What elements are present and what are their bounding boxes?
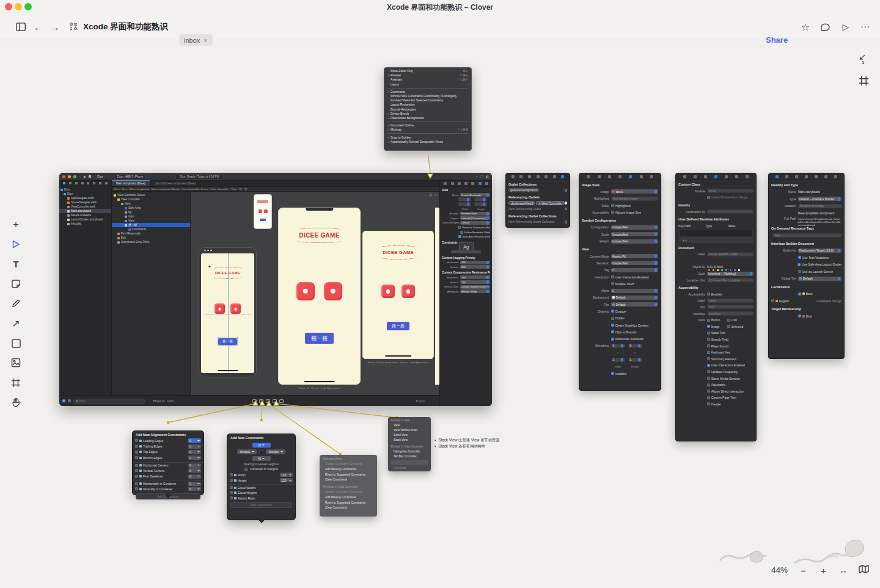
panel-row[interactable] <box>676 258 756 264</box>
row-value[interactable]: 1 <box>611 358 625 362</box>
inspector-row[interactable]: Content Compression Resistance Priority <box>440 270 492 275</box>
row-value[interactable]: × View Controller <box>536 201 564 205</box>
row-value[interactable]: Default <box>611 302 659 307</box>
row-value[interactable]: 0 <box>611 344 625 348</box>
menu-item[interactable]: Show Editor Only ⌘↩ <box>384 69 471 73</box>
outline-item[interactable]: View <box>112 219 190 223</box>
menu-item[interactable]: Assistant ⌃⌥⌘↩ <box>384 78 471 82</box>
panel-row[interactable]: Content Mode Aspect Fit <box>579 253 661 260</box>
panel-row[interactable]: x X Y <box>579 349 661 356</box>
tab-inbox[interactable]: inbox × <box>179 34 213 46</box>
editor-options-icons[interactable]: ⌁▥≔ <box>425 193 437 197</box>
checkbox[interactable]: ✓ <box>611 324 614 327</box>
menu-item[interactable]: ✓ Preview ⌥⌘↩ <box>384 73 471 78</box>
top-spacing-field[interactable]: 10 <box>252 443 271 448</box>
row-value[interactable]: X <box>611 351 625 354</box>
checkbox[interactable] <box>611 275 614 278</box>
outline-item[interactable]: bg <box>112 210 190 214</box>
document-outline-icon[interactable] <box>67 21 79 33</box>
checkbox[interactable] <box>135 487 138 490</box>
row-value[interactable]: Default <box>460 221 490 225</box>
constraint-row[interactable]: Height 120 <box>227 477 295 483</box>
panel-row[interactable]: Accessibility <box>676 285 756 291</box>
menu-item[interactable]: Navigation Controller <box>388 449 431 454</box>
checkbox[interactable] <box>707 370 710 373</box>
inspector-row[interactable]: View <box>440 188 492 193</box>
inspector-row[interactable]: Arrange Position View <box>440 211 492 216</box>
panel-row[interactable]: 1 1 <box>579 356 661 363</box>
row-value[interactable]: Inferred (Constraints) <box>460 216 490 220</box>
panel-row[interactable]: Localization <box>769 283 844 291</box>
panel-row[interactable]: Image View <box>579 181 661 188</box>
menu-item[interactable]: View <box>388 423 431 428</box>
panel-row[interactable]: Causes Page Turn <box>676 394 756 401</box>
checkbox[interactable] <box>707 292 710 296</box>
checkbox[interactable] <box>707 351 710 354</box>
panel-row[interactable]: Starts Media Session <box>676 375 756 382</box>
panel-row[interactable]: ✓ Base <box>769 291 844 298</box>
panel-row[interactable]: Alpha 1 <box>579 287 661 294</box>
row-value[interactable]: Link <box>732 318 737 322</box>
row-value[interactable]: 250 <box>460 265 490 269</box>
menu-item[interactable]: Bounds Rectangles <box>384 107 471 112</box>
trailing-spacing-field[interactable]: Multiple <box>266 449 285 454</box>
embed-button[interactable] <box>279 399 284 403</box>
menu-item[interactable]: ✓ Constraints <box>384 90 471 94</box>
row-value[interactable]: Comment For Localizer <box>707 278 754 282</box>
panel-row[interactable]: Hidden <box>579 315 661 322</box>
navigator-file-item[interactable]: Main.storyboard <box>59 209 111 213</box>
selection-handle[interactable] <box>218 337 219 339</box>
alignment-constraint-row[interactable]: Horizontally in Container 0 <box>133 481 204 486</box>
menu-item[interactable]: Scroll View <box>388 433 431 438</box>
row-value[interactable]: 750 <box>460 280 490 284</box>
tab-close-icon[interactable]: × <box>204 37 207 44</box>
checkbox[interactable] <box>707 338 710 341</box>
panel-row[interactable]: Tags <box>769 232 844 239</box>
frames-panel-icon[interactable] <box>859 76 869 89</box>
sticky-note-tool-icon[interactable] <box>10 278 22 290</box>
menu-item[interactable]: Layout › <box>384 82 471 87</box>
panel-row[interactable]: ✓ Use Trait Variations <box>769 254 844 261</box>
inspector-row[interactable]: Horizontal 750 <box>440 275 492 280</box>
checkbox[interactable]: ✓ <box>798 263 801 266</box>
color-swatch[interactable] <box>733 269 736 272</box>
menu-item[interactable] <box>387 122 468 122</box>
menu-item[interactable]: Layout Rectangles <box>384 103 471 107</box>
row-value[interactable]: Frame Rectangle <box>460 193 490 197</box>
navigator-file-item[interactable]: Info.plist <box>59 222 111 226</box>
menu-item[interactable]: Update Constraint Constants <box>320 490 377 495</box>
menu-item[interactable]: ✓ Placeholder Backgrounds <box>384 116 471 120</box>
panel-row[interactable]: Base.lproj/Main.storyboard <box>769 209 844 217</box>
connector-circle[interactable] <box>565 208 568 211</box>
panel-row[interactable]: Label Xcode Specific Label <box>676 251 756 258</box>
panel-row[interactable]: Configuration Unspecified <box>579 224 661 231</box>
connector-circle[interactable] <box>565 220 568 223</box>
row-value[interactable]: Label <box>707 299 754 303</box>
preview-phone-iphone-se[interactable]: DICEE GAME 摇一摇 <box>362 231 434 359</box>
menu-item[interactable] <box>391 460 428 465</box>
star-icon[interactable]: ☆ <box>799 21 812 33</box>
inspector-tab-icons[interactable] <box>579 173 661 180</box>
outline-item[interactable]: Storyboard Entry Point <box>112 240 190 244</box>
panel-row[interactable]: Name Main.storyboard <box>769 189 844 196</box>
row-value[interactable]: Base.lproj/Main.storyboard <box>798 211 834 215</box>
outline-item[interactable]: View Controller Scene <box>112 193 190 197</box>
checkbox[interactable] <box>707 357 710 360</box>
outline-item[interactable]: View Controller <box>112 197 190 201</box>
panel-row[interactable]: Identifier Identifier <box>676 310 756 317</box>
constraint-row[interactable]: Equal Widths <box>227 484 295 490</box>
panel-row[interactable]: Type Default – Interface Builder... <box>769 195 844 203</box>
menu-item[interactable]: ✓ Document Outline <box>384 123 471 128</box>
menu-item[interactable]: Stack View <box>388 438 431 443</box>
checkbox[interactable] <box>707 344 710 347</box>
editor-tab[interactable]: LaunchScreen.storyboard (Base) <box>150 180 200 186</box>
panel-row[interactable]: Location Relative to Group <box>769 203 844 210</box>
row-value[interactable]: Position View <box>460 212 490 216</box>
connector-circle[interactable] <box>565 201 568 205</box>
checkbox[interactable] <box>460 231 463 234</box>
menu-item[interactable]: Add Missing Constraints <box>320 495 377 500</box>
resolve-auto-layout-issues-button[interactable] <box>273 399 277 403</box>
panel-row[interactable]: ✓ Image Selected <box>676 323 756 330</box>
outline-item[interactable]: Safe Area <box>112 206 190 210</box>
panel-row[interactable]: Image dice1 <box>579 188 661 195</box>
